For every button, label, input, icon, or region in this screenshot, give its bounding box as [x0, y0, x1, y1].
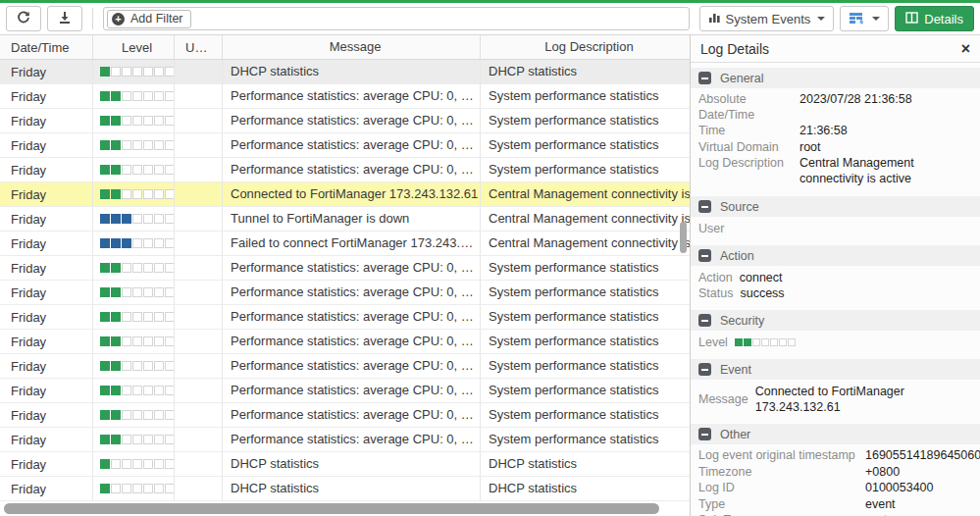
log-row[interactable]: FridayPerformance statistics: average CP…: [0, 158, 690, 182]
log-row[interactable]: FridayPerformance statistics: average CP…: [0, 379, 690, 403]
horizontal-scrollbar-thumb[interactable]: [4, 503, 659, 514]
field-label: Log ID: [698, 481, 865, 496]
section-header-general: General: [691, 68, 980, 88]
section-body: MessageConnected to FortiManager 173.243…: [691, 380, 980, 417]
log-row[interactable]: FridayDHCP statisticsDHCP statistics: [0, 60, 690, 84]
log-row[interactable]: FridayTunnel to FortiManager is downCent…: [0, 207, 690, 232]
collapse-icon[interactable]: [698, 200, 711, 213]
cell-message: Tunnel to FortiManager is down: [223, 207, 481, 231]
level-square: [122, 116, 131, 126]
log-row[interactable]: FridayDHCP statisticsDHCP statistics: [0, 452, 690, 477]
cell-message: Performance statistics: average CPU: 0, …: [223, 354, 481, 378]
log-row[interactable]: FridayConnected to FortiManager 173.243.…: [0, 182, 690, 207]
log-row[interactable]: FridayPerformance statistics: average CP…: [0, 330, 690, 354]
cell-level: [93, 256, 175, 280]
cell-log-description: System performance statistics: [481, 403, 690, 427]
add-filter-label: Add Filter: [130, 12, 183, 26]
field-value: connect: [740, 270, 783, 285]
log-type-label: System Events: [726, 12, 811, 26]
cell-level: [93, 477, 175, 500]
field-value: Central Management connectivity is activ…: [799, 156, 972, 186]
level-indicator: [100, 238, 175, 248]
level-square: [154, 214, 164, 224]
level-indicator: [100, 410, 175, 420]
collapse-icon[interactable]: [698, 314, 711, 327]
level-square: [788, 338, 796, 346]
section-title: Other: [720, 428, 750, 441]
log-row[interactable]: FridayPerformance statistics: average CP…: [0, 354, 690, 379]
log-row[interactable]: FridayPerformance statistics: average CP…: [0, 84, 690, 109]
level-indicator: [100, 91, 175, 101]
level-square: [122, 410, 131, 420]
level-square: [165, 189, 175, 199]
level-square: [111, 410, 121, 420]
cell-message: Performance statistics: average CPU: 0, …: [223, 84, 481, 108]
log-row[interactable]: FridayFailed to connect FortiManager 173…: [0, 232, 690, 256]
level-square: [100, 435, 110, 444]
level-square: [100, 263, 110, 273]
add-filter-button[interactable]: + Add Filter: [107, 10, 191, 28]
level-square: [154, 91, 164, 101]
filter-bar[interactable]: + Add Filter: [103, 7, 690, 30]
field-label: Log event original timestamp: [698, 448, 865, 464]
field-value: 0100053400: [865, 481, 934, 496]
cell-log-description: System performance statistics: [481, 256, 690, 280]
level-square: [165, 361, 175, 371]
cell-log-description: System performance statistics: [481, 428, 690, 451]
download-icon: [58, 11, 72, 27]
log-row[interactable]: FridayPerformance statistics: average CP…: [0, 305, 690, 330]
collapse-icon[interactable]: [698, 72, 711, 84]
chevron-down-icon: [817, 17, 825, 21]
level-square: [143, 67, 153, 77]
download-button[interactable]: [47, 6, 82, 31]
log-row[interactable]: FridayPerformance statistics: average CP…: [0, 256, 690, 281]
bar-chart-icon: [708, 11, 721, 26]
close-icon[interactable]: ×: [961, 41, 970, 57]
level-square: [132, 386, 142, 395]
cell-message: Performance statistics: average CPU: 0, …: [223, 281, 481, 304]
log-row[interactable]: FridayPerformance statistics: average CP…: [0, 403, 690, 428]
field-label: Timezone: [698, 465, 865, 481]
cell-message: DHCP statistics: [223, 452, 481, 476]
cell-level: [93, 305, 175, 329]
cell-message: Performance statistics: average CPU: 0, …: [223, 428, 481, 451]
level-square: [143, 336, 153, 346]
level-square: [154, 336, 164, 346]
column-header-level[interactable]: Level: [93, 35, 175, 59]
log-row[interactable]: FridayPerformance statistics: average CP…: [0, 133, 690, 158]
column-header-user[interactable]: U…: [175, 35, 223, 59]
details-toggle-button[interactable]: Details: [895, 6, 974, 31]
cell-date-time: Friday: [0, 354, 93, 378]
collapse-icon[interactable]: [698, 428, 711, 440]
level-square: [154, 459, 164, 469]
log-type-dropdown[interactable]: System Events: [699, 6, 835, 31]
log-row[interactable]: FridayPerformance statistics: average CP…: [0, 428, 690, 452]
table-header-row: Date/TimeLevelU…MessageLog Description: [0, 35, 690, 60]
section-header-action: Action: [691, 245, 980, 266]
cell-date-time: Friday: [0, 305, 93, 329]
column-header-desc[interactable]: Log Description: [481, 35, 690, 59]
level-square: [143, 435, 153, 444]
level-indicator: [100, 435, 175, 444]
log-row[interactable]: FridayPerformance statistics: average CP…: [0, 109, 690, 133]
collapse-icon[interactable]: [698, 363, 711, 376]
level-square: [111, 435, 121, 444]
level-square: [111, 116, 121, 126]
level-square: [143, 312, 153, 322]
table-settings-dropdown[interactable]: [840, 6, 889, 31]
cell-log-description: System performance statistics: [481, 330, 690, 353]
horizontal-scrollbar[interactable]: [0, 501, 690, 516]
level-square: [132, 361, 142, 371]
refresh-button[interactable]: [6, 6, 41, 31]
log-row[interactable]: FridayPerformance statistics: average CP…: [0, 281, 690, 305]
level-square: [122, 165, 131, 175]
level-square: [143, 263, 153, 273]
log-row[interactable]: FridayDHCP statisticsDHCP statistics: [0, 477, 690, 501]
level-square: [122, 312, 131, 322]
column-header-date[interactable]: Date/Time: [0, 35, 93, 59]
field-value: success: [740, 285, 784, 301]
collapse-icon[interactable]: [698, 249, 711, 262]
level-square: [111, 484, 121, 493]
column-header-msg[interactable]: Message: [223, 35, 481, 59]
vertical-scrollbar-thumb[interactable]: [680, 222, 687, 253]
